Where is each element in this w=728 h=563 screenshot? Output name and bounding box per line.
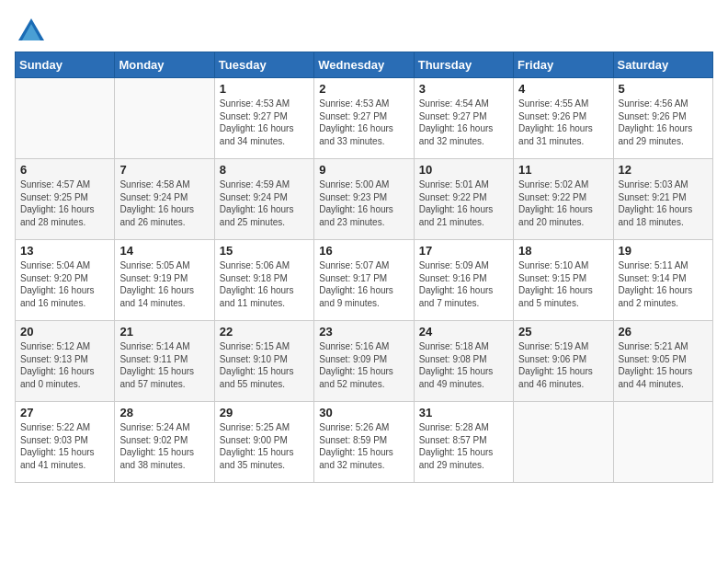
day-number: 31 xyxy=(419,406,508,419)
calendar-cell: 23Sunrise: 5:16 AM Sunset: 9:09 PM Dayli… xyxy=(314,321,414,402)
day-number: 22 xyxy=(220,325,309,339)
week-row-3: 13Sunrise: 5:04 AM Sunset: 9:20 PM Dayli… xyxy=(16,240,713,321)
calendar-cell xyxy=(115,78,214,159)
day-number: 17 xyxy=(419,244,508,258)
weekday-header-sunday: Sunday xyxy=(16,52,115,78)
day-number: 25 xyxy=(518,325,608,339)
week-row-4: 20Sunrise: 5:12 AM Sunset: 9:13 PM Dayli… xyxy=(16,321,713,402)
calendar-table: SundayMondayTuesdayWednesdayThursdayFrid… xyxy=(15,52,713,483)
day-info: Sunrise: 5:03 AM Sunset: 9:21 PM Dayligh… xyxy=(619,178,708,228)
day-number: 5 xyxy=(619,82,708,96)
calendar-cell: 30Sunrise: 5:26 AM Sunset: 8:59 PM Dayli… xyxy=(314,402,414,483)
day-number: 2 xyxy=(319,82,408,96)
calendar-cell: 9Sunrise: 5:00 AM Sunset: 9:23 PM Daylig… xyxy=(314,159,414,240)
day-info: Sunrise: 4:54 AM Sunset: 9:27 PM Dayligh… xyxy=(419,98,508,147)
weekday-header-tuesday: Tuesday xyxy=(214,52,313,78)
calendar-cell: 3Sunrise: 4:54 AM Sunset: 9:27 PM Daylig… xyxy=(414,78,513,159)
day-info: Sunrise: 5:15 AM Sunset: 9:10 PM Dayligh… xyxy=(220,340,309,390)
calendar-cell: 19Sunrise: 5:11 AM Sunset: 9:14 PM Dayli… xyxy=(613,240,712,321)
day-number: 3 xyxy=(419,82,508,96)
week-row-2: 6Sunrise: 4:57 AM Sunset: 9:25 PM Daylig… xyxy=(16,159,713,240)
day-info: Sunrise: 4:53 AM Sunset: 9:27 PM Dayligh… xyxy=(319,98,408,147)
day-info: Sunrise: 4:55 AM Sunset: 9:26 PM Dayligh… xyxy=(518,98,608,147)
day-number: 14 xyxy=(119,244,209,258)
day-number: 27 xyxy=(20,406,109,419)
day-info: Sunrise: 5:09 AM Sunset: 9:16 PM Dayligh… xyxy=(419,259,508,309)
day-number: 9 xyxy=(319,163,408,177)
day-number: 23 xyxy=(319,325,408,339)
weekday-header-monday: Monday xyxy=(115,52,214,78)
day-number: 30 xyxy=(319,406,408,419)
day-number: 26 xyxy=(619,325,708,339)
day-number: 10 xyxy=(419,163,508,177)
weekday-header-saturday: Saturday xyxy=(613,52,712,78)
calendar-cell: 16Sunrise: 5:07 AM Sunset: 9:17 PM Dayli… xyxy=(314,240,414,321)
day-number: 15 xyxy=(220,244,309,258)
day-number: 13 xyxy=(20,244,109,258)
day-number: 18 xyxy=(518,244,608,258)
calendar-cell: 2Sunrise: 4:53 AM Sunset: 9:27 PM Daylig… xyxy=(314,78,414,159)
calendar-cell: 6Sunrise: 4:57 AM Sunset: 9:25 PM Daylig… xyxy=(16,159,115,240)
calendar-cell: 29Sunrise: 5:25 AM Sunset: 9:00 PM Dayli… xyxy=(214,402,313,483)
weekday-header-row: SundayMondayTuesdayWednesdayThursdayFrid… xyxy=(16,52,713,78)
day-info: Sunrise: 5:22 AM Sunset: 9:03 PM Dayligh… xyxy=(20,421,109,471)
day-info: Sunrise: 5:24 AM Sunset: 9:02 PM Dayligh… xyxy=(119,421,209,471)
day-info: Sunrise: 5:28 AM Sunset: 8:57 PM Dayligh… xyxy=(419,421,508,471)
day-info: Sunrise: 5:18 AM Sunset: 9:08 PM Dayligh… xyxy=(419,340,508,390)
calendar-cell: 13Sunrise: 5:04 AM Sunset: 9:20 PM Dayli… xyxy=(16,240,115,321)
week-row-5: 27Sunrise: 5:22 AM Sunset: 9:03 PM Dayli… xyxy=(16,402,713,483)
calendar-cell: 12Sunrise: 5:03 AM Sunset: 9:21 PM Dayli… xyxy=(613,159,712,240)
day-info: Sunrise: 5:26 AM Sunset: 8:59 PM Dayligh… xyxy=(319,421,408,471)
calendar-cell xyxy=(514,402,613,483)
calendar-cell: 25Sunrise: 5:19 AM Sunset: 9:06 PM Dayli… xyxy=(514,321,613,402)
day-info: Sunrise: 4:57 AM Sunset: 9:25 PM Dayligh… xyxy=(20,178,109,228)
day-number: 11 xyxy=(518,163,608,177)
day-info: Sunrise: 5:04 AM Sunset: 9:20 PM Dayligh… xyxy=(20,259,109,309)
day-info: Sunrise: 4:59 AM Sunset: 9:24 PM Dayligh… xyxy=(220,178,309,228)
day-number: 19 xyxy=(619,244,708,258)
day-number: 4 xyxy=(518,82,608,96)
day-number: 6 xyxy=(20,163,109,177)
page-header xyxy=(15,15,713,48)
day-number: 16 xyxy=(319,244,408,258)
day-number: 24 xyxy=(419,325,508,339)
day-info: Sunrise: 5:14 AM Sunset: 9:11 PM Dayligh… xyxy=(119,340,209,390)
calendar-cell: 27Sunrise: 5:22 AM Sunset: 9:03 PM Dayli… xyxy=(16,402,115,483)
calendar-cell: 31Sunrise: 5:28 AM Sunset: 8:57 PM Dayli… xyxy=(414,402,513,483)
weekday-header-thursday: Thursday xyxy=(414,52,513,78)
calendar-cell: 5Sunrise: 4:56 AM Sunset: 9:26 PM Daylig… xyxy=(613,78,712,159)
logo xyxy=(15,15,53,48)
day-info: Sunrise: 5:07 AM Sunset: 9:17 PM Dayligh… xyxy=(319,259,408,309)
calendar-cell: 15Sunrise: 5:06 AM Sunset: 9:18 PM Dayli… xyxy=(214,240,313,321)
day-info: Sunrise: 5:11 AM Sunset: 9:14 PM Dayligh… xyxy=(619,259,708,309)
calendar-cell: 11Sunrise: 5:02 AM Sunset: 9:22 PM Dayli… xyxy=(514,159,613,240)
day-info: Sunrise: 5:02 AM Sunset: 9:22 PM Dayligh… xyxy=(518,178,608,228)
day-number: 1 xyxy=(220,82,309,96)
day-info: Sunrise: 5:16 AM Sunset: 9:09 PM Dayligh… xyxy=(319,340,408,390)
day-info: Sunrise: 4:56 AM Sunset: 9:26 PM Dayligh… xyxy=(619,98,708,147)
calendar-cell: 1Sunrise: 4:53 AM Sunset: 9:27 PM Daylig… xyxy=(214,78,313,159)
day-info: Sunrise: 5:12 AM Sunset: 9:13 PM Dayligh… xyxy=(20,340,109,390)
day-info: Sunrise: 5:21 AM Sunset: 9:05 PM Dayligh… xyxy=(619,340,708,390)
day-number: 8 xyxy=(220,163,309,177)
day-info: Sunrise: 5:19 AM Sunset: 9:06 PM Dayligh… xyxy=(518,340,608,390)
calendar-cell: 8Sunrise: 4:59 AM Sunset: 9:24 PM Daylig… xyxy=(214,159,313,240)
day-number: 20 xyxy=(20,325,109,339)
day-info: Sunrise: 5:01 AM Sunset: 9:22 PM Dayligh… xyxy=(419,178,508,228)
calendar-cell: 17Sunrise: 5:09 AM Sunset: 9:16 PM Dayli… xyxy=(414,240,513,321)
day-number: 28 xyxy=(119,406,209,419)
weekday-header-wednesday: Wednesday xyxy=(314,52,414,78)
day-info: Sunrise: 5:05 AM Sunset: 9:19 PM Dayligh… xyxy=(119,259,209,309)
calendar-cell: 26Sunrise: 5:21 AM Sunset: 9:05 PM Dayli… xyxy=(613,321,712,402)
day-info: Sunrise: 5:06 AM Sunset: 9:18 PM Dayligh… xyxy=(220,259,309,309)
day-info: Sunrise: 4:58 AM Sunset: 9:24 PM Dayligh… xyxy=(119,178,209,228)
day-number: 12 xyxy=(619,163,708,177)
week-row-1: 1Sunrise: 4:53 AM Sunset: 9:27 PM Daylig… xyxy=(16,78,713,159)
calendar-cell xyxy=(16,78,115,159)
calendar-cell: 10Sunrise: 5:01 AM Sunset: 9:22 PM Dayli… xyxy=(414,159,513,240)
logo-icon xyxy=(15,15,48,48)
day-info: Sunrise: 5:10 AM Sunset: 9:15 PM Dayligh… xyxy=(518,259,608,309)
day-number: 21 xyxy=(119,325,209,339)
calendar-cell: 24Sunrise: 5:18 AM Sunset: 9:08 PM Dayli… xyxy=(414,321,513,402)
day-number: 7 xyxy=(119,163,209,177)
